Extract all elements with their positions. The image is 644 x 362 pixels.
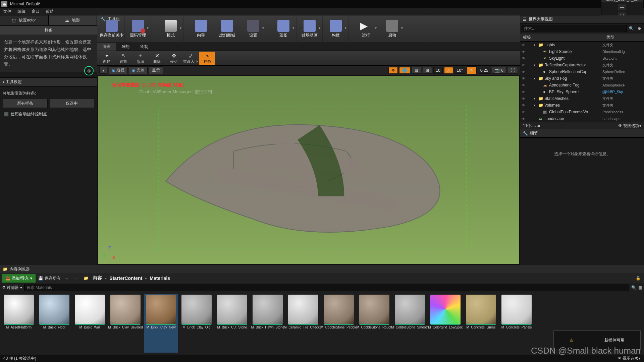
material-item[interactable]: M_CobbleStone_Pebble bbox=[322, 294, 356, 353]
tool-spline[interactable]: ∿样条 bbox=[199, 52, 215, 65]
menu-window[interactable]: 窗口 bbox=[32, 9, 40, 14]
outliner-row[interactable]: 👁●SphereReflectionCapSphereReflec bbox=[520, 68, 644, 75]
visibility-icon[interactable]: 👁 bbox=[522, 63, 526, 67]
outliner-search-input[interactable] bbox=[522, 25, 627, 32]
outliner-row[interactable]: 👁☀Light SourceDirectionalLig bbox=[520, 48, 644, 55]
save-all-button[interactable]: 💾 保存所有 bbox=[38, 276, 61, 281]
vp-angle-size[interactable]: 10° bbox=[454, 67, 465, 74]
item-type[interactable]: 编辑BP_Sky bbox=[602, 89, 643, 95]
only-selected-button[interactable]: 仅选中 bbox=[50, 99, 95, 108]
marketplace-button[interactable]: 虚幻商城 bbox=[214, 16, 240, 42]
save-button[interactable]: 保存当前关卡 bbox=[99, 16, 125, 42]
outliner-row[interactable]: 👁⛰LandscapeLandscape bbox=[520, 115, 644, 122]
material-item[interactable]: M_Brick_Clay_Beveled bbox=[109, 294, 142, 353]
vp-snap-scale-button[interactable]: ％ bbox=[467, 66, 477, 74]
outliner-row[interactable]: 👁☀SkyLightSkyLight bbox=[520, 55, 644, 62]
material-item[interactable]: M_CobbleStone_Smooth bbox=[393, 294, 427, 353]
visibility-icon[interactable]: 👁 bbox=[522, 83, 526, 87]
folder-up-icon[interactable]: 📁 bbox=[82, 276, 90, 281]
auto-rotate-checkbox[interactable]: ✓ 使用自动旋转控制点 bbox=[3, 109, 94, 119]
view-options-button[interactable]: 👁 视图选项▾ bbox=[618, 356, 641, 361]
menu-help[interactable]: 帮助 bbox=[46, 9, 54, 14]
material-item[interactable]: M_Brick_Clay_Old bbox=[180, 294, 213, 353]
material-item[interactable]: M_CobbleStone_Rough bbox=[358, 294, 391, 353]
outliner-row[interactable]: 👁▦GlobalPostProcessVoPostProcess bbox=[520, 109, 644, 115]
search-icon[interactable]: 🔍 bbox=[628, 25, 635, 32]
minimize-button[interactable]: — bbox=[618, 4, 626, 10]
material-item[interactable]: M_AssetPlatform bbox=[2, 294, 36, 353]
outliner-row[interactable]: 👁☁Atmospheric FogAtmosphericF bbox=[520, 82, 644, 88]
content-search-input[interactable] bbox=[24, 284, 629, 291]
subtab-sculpt[interactable]: 雕刻 bbox=[116, 43, 135, 51]
expand-icon[interactable]: ▾ bbox=[534, 104, 537, 107]
material-item[interactable]: M_Brick_Cut_Stone bbox=[215, 294, 249, 353]
expand-icon[interactable]: ▾ bbox=[534, 63, 537, 67]
settings-button[interactable]: 设置▼ bbox=[240, 16, 266, 42]
outliner-row[interactable]: 👁▾📁Lights文件夹 bbox=[520, 42, 644, 48]
lock-icon[interactable]: 🔒 bbox=[634, 276, 642, 281]
cinematics-button[interactable]: 过场动画▼ bbox=[297, 16, 323, 42]
visibility-icon[interactable]: 👁 bbox=[522, 70, 526, 74]
viewport[interactable]: 光照需要重建（1,161 未构建 对象） 'DisableAllScreenMe… bbox=[97, 75, 520, 265]
outliner-row[interactable]: 👁▾📁Sky and Fog文件夹 bbox=[520, 75, 644, 82]
material-item[interactable]: M_Concrete_Grime bbox=[464, 294, 498, 353]
visibility-icon[interactable]: 👁 bbox=[522, 43, 526, 47]
source-control-button[interactable]: 源码管理▼ bbox=[125, 16, 151, 42]
play-button[interactable]: ▶运行▼ bbox=[353, 16, 379, 42]
filters-button[interactable]: ⚗ 过滤器 ▾ bbox=[2, 285, 22, 291]
modes-button[interactable]: 模式▼ bbox=[158, 16, 184, 42]
add-import-button[interactable]: 📥 添加/导入 ▾ bbox=[2, 274, 36, 283]
filter-icon[interactable]: ⚙ bbox=[636, 25, 643, 32]
vp-grid-size[interactable]: 10 bbox=[433, 67, 442, 74]
outliner-row[interactable]: 👁▾📁StaticMeshes文件夹 bbox=[520, 95, 644, 102]
material-item[interactable]: M_Ceramic_Tile_Checker bbox=[286, 294, 320, 353]
content-button[interactable]: 内容 bbox=[188, 16, 214, 42]
tool-select[interactable]: ↖选择 bbox=[115, 52, 131, 65]
crumb-starter[interactable]: StarterContent bbox=[109, 276, 142, 281]
tool-add[interactable]: ＋添加 bbox=[132, 52, 148, 65]
launch-button[interactable]: 启动▼ bbox=[379, 16, 405, 42]
mode-tab-place[interactable]: ⬚放置actor bbox=[0, 15, 49, 25]
vp-show-button[interactable]: 显示 bbox=[149, 66, 163, 74]
all-splines-button[interactable]: 所有样条 bbox=[3, 99, 48, 108]
vp-snap-angle-button[interactable]: △ bbox=[444, 67, 453, 74]
material-item[interactable]: M_Brick_Hewn_Stone bbox=[251, 294, 284, 353]
vp-transform-button[interactable]: ✥ bbox=[388, 67, 398, 74]
visibility-icon[interactable]: 👁 bbox=[522, 104, 526, 107]
blueprints-button[interactable]: 蓝图▼ bbox=[270, 16, 297, 42]
expand-icon[interactable]: ▾ bbox=[534, 77, 537, 80]
expand-icon[interactable]: ▾ bbox=[534, 97, 537, 100]
outliner-tree[interactable]: 👁▾📁Lights文件夹👁☀Light SourceDirectionalLig… bbox=[520, 42, 644, 122]
menu-file[interactable]: 文件 bbox=[3, 9, 11, 14]
subtab-manage[interactable]: 管理 bbox=[97, 43, 116, 51]
vp-surface-button[interactable]: ▦ bbox=[412, 67, 421, 74]
vp-coord-button[interactable]: 🌐 bbox=[399, 67, 410, 74]
search-icon[interactable]: 🔍 bbox=[631, 285, 636, 290]
outliner-row[interactable]: 👁●BP_Sky_Sphere编辑BP_Sky bbox=[520, 88, 644, 95]
visibility-icon[interactable]: 👁 bbox=[522, 117, 526, 121]
vp-scale-size[interactable]: 0.25 bbox=[478, 67, 490, 74]
vp-options-button[interactable]: ▾ bbox=[99, 67, 107, 74]
build-button[interactable]: 构建▼ bbox=[323, 16, 349, 42]
material-item[interactable]: M_ColorGrid_LowSpec bbox=[429, 294, 462, 353]
tool-new[interactable]: ✦新建 bbox=[99, 52, 115, 65]
visibility-icon[interactable]: 👁 bbox=[522, 90, 526, 94]
visibility-icon[interactable]: 👁 bbox=[522, 50, 526, 54]
tool-move[interactable]: ✥移动 bbox=[166, 52, 182, 65]
crumb-materials[interactable]: Materials bbox=[150, 276, 170, 281]
crumb-content[interactable]: 内容 bbox=[93, 275, 102, 281]
nav-back-button[interactable]: ← bbox=[63, 276, 70, 281]
material-item[interactable]: M_Basic_Wall bbox=[73, 294, 107, 353]
nav-forward-button[interactable]: → bbox=[73, 276, 79, 281]
visibility-icon[interactable]: 👁 bbox=[522, 77, 526, 80]
visibility-icon[interactable]: 👁 bbox=[522, 97, 526, 101]
menu-edit[interactable]: 编辑 bbox=[17, 9, 25, 14]
mode-tab-terrain[interactable]: ⛰地形 bbox=[49, 15, 97, 25]
tool-resize[interactable]: ⤢重设大小 bbox=[182, 52, 199, 65]
material-item[interactable]: M_Concrete_Panels bbox=[500, 294, 533, 353]
expand-icon[interactable]: ▾ bbox=[534, 43, 537, 47]
outliner-row[interactable]: 👁▾📁ReflectionCaptureActor文件夹 bbox=[520, 62, 644, 68]
visibility-icon[interactable]: 👁 bbox=[522, 57, 526, 60]
subtab-paint[interactable]: 绘制 bbox=[135, 43, 154, 51]
tool-delete[interactable]: ✕删除 bbox=[149, 52, 165, 65]
